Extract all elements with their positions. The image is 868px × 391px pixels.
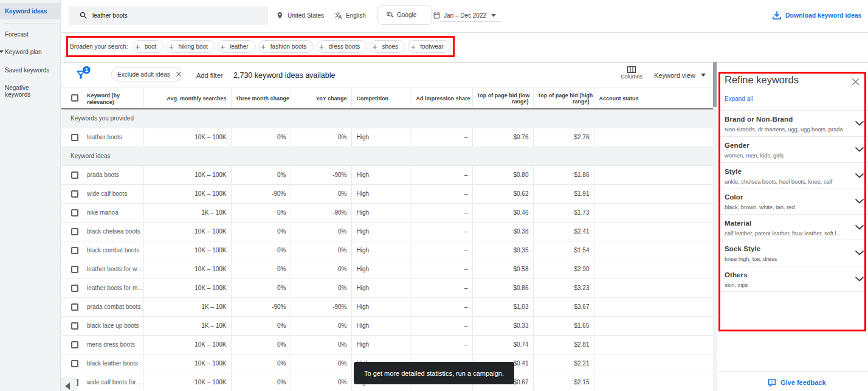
svg-text:1: 1 <box>85 66 89 73</box>
